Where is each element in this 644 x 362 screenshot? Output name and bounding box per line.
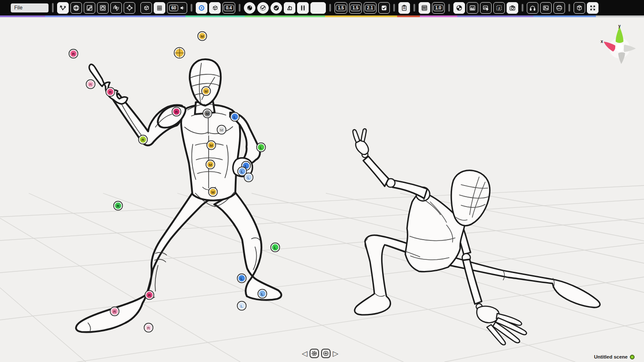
settings-checkbox-button[interactable]	[378, 2, 390, 14]
toolbar-group-underline	[185, 15, 245, 17]
joint-marker-m[interactable]: M	[218, 126, 226, 134]
joint-marker-m[interactable]: M	[207, 141, 216, 149]
grid-toggle-button[interactable]	[154, 2, 165, 14]
joint-marker-r[interactable]: R	[111, 307, 119, 316]
joint-marker-l[interactable]: L	[245, 173, 253, 182]
joint-marker-r[interactable]: R	[173, 108, 181, 116]
globe-view-button[interactable]	[70, 2, 82, 14]
joint-marker-l[interactable]: L	[231, 113, 239, 121]
blank-swatch-button[interactable]	[310, 2, 326, 14]
svg-text:2: 2	[498, 6, 500, 10]
edit-plane-button[interactable]	[84, 2, 95, 14]
toolbar-color-strip	[0, 15, 644, 17]
histogram-button[interactable]	[467, 2, 478, 14]
ghost-cube-button[interactable]	[209, 2, 221, 14]
abacus-icon	[421, 4, 428, 12]
web-button[interactable]: www	[553, 2, 565, 14]
toolbar-divider	[522, 4, 523, 12]
abacus-button[interactable]	[419, 2, 430, 14]
toolbar-divider	[329, 4, 331, 12]
toolbar-group-underline	[245, 15, 325, 17]
joint-marker-m[interactable]: M	[198, 32, 207, 40]
add-figure-button[interactable]	[321, 349, 331, 358]
toolbar-group-underline	[45, 15, 185, 17]
toolbar-group-underline	[325, 15, 397, 17]
joint-marker-m[interactable]: M	[204, 110, 212, 118]
size-setting-2-button[interactable]: 1.5	[349, 2, 362, 14]
toolbar-divider	[191, 4, 192, 12]
prism-button[interactable]	[284, 2, 295, 14]
shaded-sphere-button[interactable]	[244, 2, 255, 14]
size-setting-2-value: 1.5	[350, 5, 361, 11]
dashed-check-circle-icon	[259, 4, 267, 12]
fps-button[interactable]: 60	[167, 2, 187, 14]
playback-speed-value: 1.0	[433, 5, 444, 11]
pin-all-button[interactable]	[270, 2, 282, 14]
root-control-marker[interactable]	[175, 48, 185, 58]
scene-playbar: ◁ ▷	[302, 349, 338, 358]
joint-marker-m[interactable]: M	[202, 87, 210, 95]
perspective-cube-button[interactable]	[140, 2, 152, 14]
size-setting-3-button[interactable]: 2.1	[364, 2, 377, 14]
focus-target-button[interactable]	[196, 2, 207, 14]
file-menu-button[interactable]: File	[11, 3, 49, 12]
pin-partial-button[interactable]	[257, 2, 269, 14]
scene-status-icon[interactable]	[630, 355, 635, 359]
joint-marker-r[interactable]: R	[146, 291, 154, 299]
dither-button[interactable]	[453, 2, 465, 14]
joint-marker-l[interactable]: L	[238, 167, 246, 176]
image-select-button[interactable]	[480, 2, 492, 14]
toolbar-divider	[448, 4, 450, 12]
joint-marker-m[interactable]: M	[209, 188, 217, 196]
scene-settings-button[interactable]	[310, 349, 319, 358]
ghost-opacity-button[interactable]: 0.4	[222, 2, 235, 14]
globe-icon	[73, 4, 80, 12]
orbit-cube-button[interactable]	[110, 2, 122, 14]
image-pointer-icon	[482, 4, 489, 12]
clipboard-3d-icon: 3D	[401, 4, 408, 12]
joint-marker-l[interactable]: L	[238, 302, 246, 310]
svg-text:3D: 3D	[403, 7, 406, 9]
background-image-button[interactable]	[540, 2, 552, 14]
next-pose-chevron[interactable]: ▷	[333, 350, 338, 357]
audio-button[interactable]	[527, 2, 538, 14]
toolbar-divider	[568, 4, 570, 12]
perspective-cube-icon	[143, 4, 150, 12]
gear-icon	[311, 350, 318, 357]
joint-marker-m[interactable]: M	[207, 161, 215, 169]
ball-square-icon	[99, 4, 106, 12]
joint-marker-l[interactable]: L	[257, 143, 265, 152]
joint-dots-button[interactable]	[297, 2, 309, 14]
fullscreen-button[interactable]	[587, 2, 598, 14]
rotate-object-button[interactable]	[124, 2, 135, 14]
joint-marker-l[interactable]: L	[238, 274, 246, 283]
view-axes-button[interactable]	[57, 2, 69, 14]
toolbar-divider	[239, 4, 240, 12]
image-icon	[542, 4, 550, 12]
toolbar-divider	[52, 3, 54, 12]
camera-button[interactable]	[507, 2, 518, 14]
toolbar-group-underline	[420, 15, 457, 17]
fps-value: 60	[169, 5, 178, 11]
joint-marker-r[interactable]: R	[139, 136, 147, 144]
checkbox-icon	[380, 4, 388, 12]
joint-marker-l[interactable]: L	[271, 243, 279, 252]
joint-marker-l[interactable]: L	[258, 290, 267, 298]
joint-marker-r[interactable]: R	[87, 80, 95, 88]
dots-grid-icon	[299, 4, 307, 12]
web-globe-icon: www	[556, 4, 563, 12]
joint-marker-r[interactable]: R	[145, 324, 153, 332]
joint-marker-r[interactable]: R	[114, 202, 122, 210]
frame-number-button[interactable]: 2	[493, 2, 505, 14]
shaded-sphere-icon	[246, 4, 253, 12]
numbered-cube-button[interactable]: 123	[574, 2, 585, 14]
trackball-button[interactable]	[97, 2, 109, 14]
joint-marker-r[interactable]: R	[106, 88, 115, 96]
prev-pose-chevron[interactable]: ◁	[302, 350, 307, 357]
playback-speed-button[interactable]: 1.0	[432, 2, 445, 14]
toolbar-divider	[393, 4, 395, 12]
joint-marker-r[interactable]: R	[70, 50, 78, 58]
size-setting-1-button[interactable]: 1.5	[334, 2, 347, 14]
svg-text:123: 123	[578, 6, 580, 7]
clipboard-3d-button[interactable]: 3D	[398, 2, 410, 14]
